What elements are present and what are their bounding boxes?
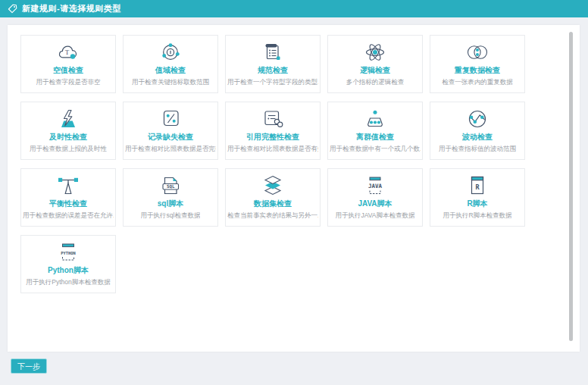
card-description: 用于执行JAVA脚本检查数据 bbox=[336, 211, 415, 219]
rule-type-card[interactable]: JAVA JAVA脚本 用于执行JAVA脚本检查数据 bbox=[327, 168, 423, 227]
card-title: 数据集检查 bbox=[254, 199, 292, 208]
card-description: 检查一张表内的重复数据 bbox=[442, 78, 513, 86]
rule-type-card[interactable]: 记录缺失检查 用于检查相对比照表数据是否完整 bbox=[123, 102, 218, 160]
java-icon: JAVA bbox=[361, 174, 389, 197]
card-title: 平衡性检查 bbox=[49, 199, 87, 208]
outlier-dots-icon bbox=[361, 107, 389, 130]
card-description: 用于检查一个字符型字段的类型... bbox=[227, 78, 318, 86]
card-description: 用于执行sql检查数据 bbox=[141, 211, 201, 219]
rule-type-card[interactable]: T 空值检查 用于检查字段是否非空 bbox=[20, 35, 116, 93]
card-title: 引用完整性检查 bbox=[246, 133, 299, 142]
card-description: 用于检查相对比照表数据是否有效 bbox=[227, 145, 318, 152]
sql-file-icon: SQL bbox=[157, 174, 184, 197]
svg-text:T: T bbox=[65, 49, 70, 56]
rule-type-card[interactable]: 值域检查 用于检查关键指标取数范围 bbox=[123, 35, 218, 93]
card-title: JAVA脚本 bbox=[358, 199, 392, 208]
card-title: 及时性检查 bbox=[49, 133, 87, 142]
atom-icon bbox=[361, 40, 389, 64]
rule-type-card[interactable]: 波动检查 用于检查指标值的波动范围 bbox=[430, 102, 525, 160]
svg-text:PYTHON: PYTHON bbox=[61, 250, 75, 255]
rule-type-card[interactable]: SQL sql脚本 用于执行sql检查数据 bbox=[123, 168, 218, 227]
layers-icon bbox=[259, 174, 286, 197]
tag-icon bbox=[8, 4, 17, 14]
card-description: 用于检查字段是否非空 bbox=[36, 78, 101, 86]
venn-circles-icon bbox=[464, 40, 491, 64]
card-title: 波动检查 bbox=[462, 133, 493, 142]
rule-card-grid: T 空值检查 用于检查字段是否非空 值域检查 用于检查关键指标取数范围 规范检查… bbox=[20, 35, 557, 342]
r-window-icon: R bbox=[464, 174, 491, 197]
card-title: 离群值检查 bbox=[356, 133, 394, 142]
rule-type-card[interactable]: 数据集检查 检查当前事实表的结果与另外一... bbox=[225, 168, 321, 227]
scroll-list-icon bbox=[259, 40, 286, 64]
rule-type-card[interactable]: 平衡性检查 用于检查数据的误差是否在允许... bbox=[20, 168, 116, 227]
wave-circle-icon bbox=[464, 107, 491, 130]
dialog-header: 新建规则-请选择规则类型 bbox=[0, 0, 588, 17]
card-description: 用于检查数据中有一个或几个数... bbox=[330, 145, 421, 152]
rule-type-card[interactable]: 及时性检查 用于检查数据上报的及时性 bbox=[20, 102, 116, 160]
card-description: 用于检查数据上报的及时性 bbox=[30, 145, 107, 152]
card-title: sql脚本 bbox=[158, 199, 183, 208]
vertical-scrollbar[interactable] bbox=[569, 32, 573, 341]
lightning-icon bbox=[55, 107, 82, 130]
card-description: 检查当前事实表的结果与另外一... bbox=[227, 211, 318, 219]
card-description: 用于检查相对比照表数据是否完整 bbox=[125, 145, 216, 152]
card-description: 用于执行Python脚本检查数据 bbox=[26, 278, 110, 286]
card-description: 用于检查数据的误差是否在允许... bbox=[23, 211, 114, 219]
balance-scale-icon bbox=[55, 174, 82, 197]
dialog-title: 新建规则-请选择规则类型 bbox=[22, 3, 121, 14]
card-description: 多个指标的逻辑检查 bbox=[346, 78, 405, 86]
card-description: 用于执行R脚本检查数据 bbox=[443, 211, 511, 219]
percent-box-icon bbox=[157, 107, 184, 130]
card-title: 空值检查 bbox=[53, 66, 83, 75]
card-title: Python脚本 bbox=[48, 266, 89, 275]
card-description: 用于检查指标值的波动范围 bbox=[439, 145, 516, 152]
cloud-null-icon: T bbox=[55, 40, 82, 64]
rule-type-card[interactable]: 重复数据检查 检查一张表内的重复数据 bbox=[430, 35, 525, 93]
rule-type-card[interactable]: 离群值检查 用于检查数据中有一个或几个数... bbox=[327, 102, 423, 160]
card-title: 规范检查 bbox=[258, 66, 288, 75]
rule-type-card[interactable]: R R脚本 用于执行R脚本检查数据 bbox=[430, 168, 525, 227]
card-title: 记录缺失检查 bbox=[148, 133, 193, 142]
card-description: 用于检查关键指标取数范围 bbox=[132, 78, 209, 86]
svg-text:SQL: SQL bbox=[167, 184, 175, 189]
card-title: 逻辑检查 bbox=[360, 66, 390, 75]
rule-type-card[interactable]: 逻辑检查 多个指标的逻辑检查 bbox=[327, 35, 423, 93]
python-icon: PYTHON bbox=[55, 240, 82, 264]
rule-type-card[interactable]: PYTHON Python脚本 用于执行Python脚本检查数据 bbox=[20, 235, 116, 293]
rule-type-card[interactable]: 规范检查 用于检查一个字符型字段的类型... bbox=[225, 35, 321, 93]
rule-type-card[interactable]: 引用完整性检查 用于检查相对比照表数据是否有效 bbox=[225, 102, 321, 160]
rule-type-panel: T 空值检查 用于检查字段是否非空 值域检查 用于检查关键指标取数范围 规范检查… bbox=[8, 25, 580, 352]
gauge-orbit-icon bbox=[157, 40, 184, 64]
next-step-button[interactable]: 下一步 bbox=[11, 358, 47, 374]
card-title: R脚本 bbox=[467, 199, 487, 208]
card-title: 值域检查 bbox=[155, 66, 186, 75]
link-document-icon bbox=[259, 107, 286, 130]
svg-text:JAVA: JAVA bbox=[368, 183, 383, 189]
svg-text:R: R bbox=[475, 183, 480, 190]
card-title: 重复数据检查 bbox=[455, 66, 500, 75]
